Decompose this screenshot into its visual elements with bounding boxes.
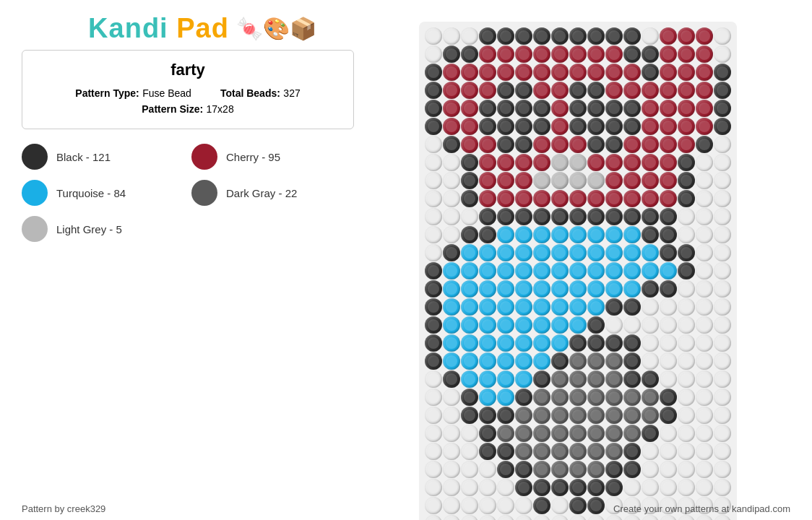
bead-cell (461, 389, 478, 406)
bead-cell (642, 389, 659, 406)
bead-cell (533, 443, 550, 460)
bead-cell (696, 461, 713, 478)
bead-cell (678, 316, 695, 334)
bead-cell (551, 82, 569, 99)
bead-cell (425, 27, 442, 45)
bead-cell (551, 262, 569, 280)
bead-cell (587, 226, 605, 243)
bead-cell (497, 407, 514, 424)
bead-cell (479, 46, 496, 63)
bead-cell (443, 407, 460, 424)
bead-cell (660, 443, 677, 460)
bead-cell (443, 82, 460, 99)
bead-cell (623, 244, 641, 261)
bead-cell (642, 479, 659, 496)
bead-cell (425, 352, 442, 370)
bead-cell (587, 262, 605, 280)
bead-cell (497, 389, 514, 406)
bead-cell (479, 226, 496, 243)
bead-cell (515, 425, 532, 442)
bead-cell (515, 226, 532, 243)
bead-cell (569, 172, 587, 189)
bead-cell (479, 136, 496, 153)
bead-cell (660, 352, 677, 370)
beads-value: 327 (283, 87, 300, 99)
bead-cell (533, 461, 550, 478)
logo-emoji: 🍬🎨📦 (236, 16, 316, 41)
bead-cell (678, 82, 695, 99)
bead-cell (605, 136, 623, 153)
bead-cell (443, 479, 460, 496)
bead-cell (587, 190, 605, 207)
color-swatch (22, 180, 48, 206)
bead-cell (497, 136, 514, 153)
bead-cell (533, 334, 550, 352)
bead-cell (497, 352, 514, 370)
bead-cell (551, 515, 569, 520)
bead-cell (714, 334, 731, 352)
bead-cell (714, 389, 731, 406)
bead-cell (551, 334, 569, 352)
size-value: 17x28 (207, 103, 234, 115)
right-panel (419, 22, 802, 498)
bead-cell (515, 208, 532, 225)
bead-cell (678, 443, 695, 460)
bead-cell (714, 515, 731, 520)
bead-cell (714, 154, 731, 171)
bead-cell (587, 46, 605, 63)
bead-cell (515, 334, 532, 352)
bead-cell (461, 425, 478, 442)
bead-cell (551, 190, 569, 207)
bead-cell (714, 244, 731, 261)
bead-cell (425, 64, 442, 81)
bead-cell (696, 118, 713, 135)
bead-cell (678, 479, 695, 496)
bead-cell (660, 515, 677, 520)
bead-cell (678, 280, 695, 298)
bead-cell (696, 298, 713, 316)
bead-cell (497, 82, 514, 99)
bead-cell (425, 425, 442, 442)
bead-cell (714, 280, 731, 298)
bead-cell (605, 389, 623, 406)
bead-cell (497, 298, 514, 316)
bead-cell (678, 334, 695, 352)
bead-cell (515, 262, 532, 280)
bead-cell (623, 118, 641, 135)
bead-cell (461, 154, 478, 171)
bead-cell (642, 425, 659, 442)
bead-cell (642, 118, 659, 135)
bead-cell (569, 479, 587, 496)
bead-cell (569, 352, 587, 370)
bead-cell (623, 64, 641, 81)
bead-cell (425, 136, 442, 153)
bead-cell (569, 226, 587, 243)
bead-cell (533, 407, 550, 424)
bead-cell (479, 515, 496, 520)
bead-cell (605, 298, 623, 316)
bead-cell (551, 280, 569, 298)
bead-cell (497, 46, 514, 63)
bead-cell (696, 136, 713, 153)
bead-cell (587, 64, 605, 81)
bead-cell (569, 298, 587, 316)
bead-cell (642, 334, 659, 352)
bead-cell (696, 515, 713, 520)
bead-cell (515, 100, 532, 117)
bead-cell (623, 298, 641, 316)
bead-cell (605, 352, 623, 370)
bead-cell (642, 461, 659, 478)
bead-cell (425, 334, 442, 352)
bead-cell (587, 389, 605, 406)
bead-cell (515, 46, 532, 63)
bead-cell (605, 208, 623, 225)
logo-kandi: Kandi (88, 13, 168, 43)
bead-cell (569, 425, 587, 442)
bead-cell (533, 515, 550, 520)
bead-cell (497, 280, 514, 298)
bead-cell (443, 64, 460, 81)
bead-cell (533, 82, 550, 99)
color-name: Black - 121 (56, 151, 111, 163)
bead-cell (605, 443, 623, 460)
bead-cell (587, 425, 605, 442)
